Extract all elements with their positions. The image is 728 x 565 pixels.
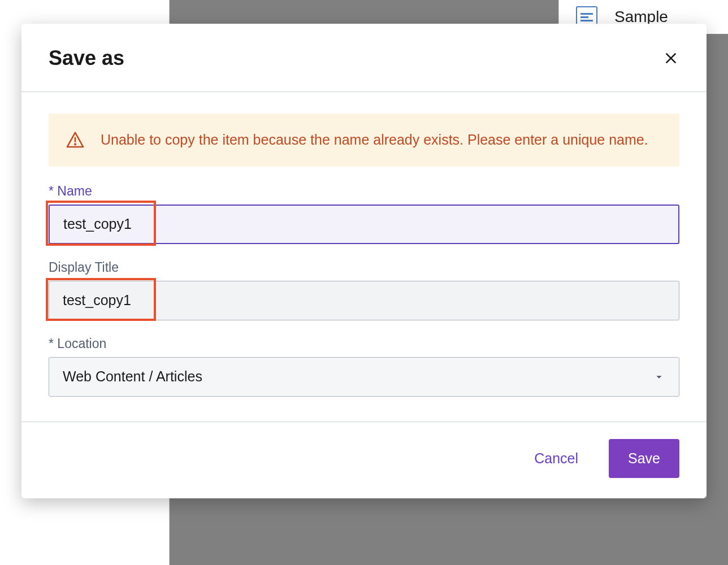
modal-header: Save as xyxy=(21,24,707,92)
name-label: Name xyxy=(49,184,679,199)
name-field-group: Name xyxy=(49,184,679,244)
location-value: Web Content / Articles xyxy=(63,368,202,385)
name-input[interactable] xyxy=(49,205,679,244)
display-title-input[interactable] xyxy=(49,281,679,320)
save-button[interactable]: Save xyxy=(609,439,679,478)
display-title-label: Display Title xyxy=(49,260,679,275)
alert-message: Unable to copy the item because the name… xyxy=(101,129,648,151)
close-button[interactable] xyxy=(662,50,679,67)
modal-body: Unable to copy the item because the name… xyxy=(21,92,707,421)
save-as-modal: Save as Unable to copy the item because … xyxy=(21,24,707,498)
modal-footer: Cancel Save xyxy=(21,421,707,498)
warning-icon xyxy=(66,131,85,150)
modal-title: Save as xyxy=(49,46,124,70)
cancel-button[interactable]: Cancel xyxy=(521,440,592,477)
location-label: Location xyxy=(49,336,679,351)
location-field-group: Location Web Content / Articles xyxy=(49,336,679,397)
display-title-field-group: Display Title xyxy=(49,260,679,320)
svg-point-3 xyxy=(75,144,76,145)
error-alert: Unable to copy the item because the name… xyxy=(49,114,679,167)
chevron-down-icon xyxy=(653,371,665,383)
close-icon xyxy=(664,51,678,66)
location-select[interactable]: Web Content / Articles xyxy=(49,357,679,397)
